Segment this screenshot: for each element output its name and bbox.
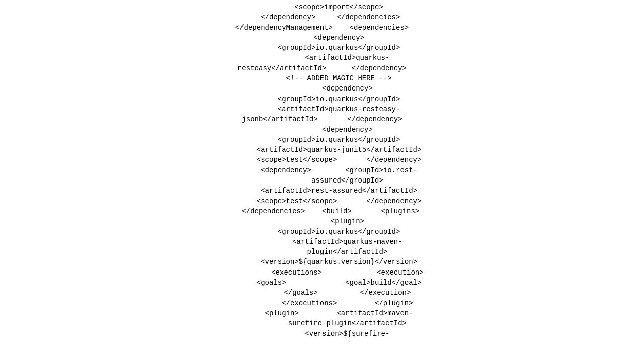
code-line-line23: <groupId>io.quarkus</groupId>	[0, 227, 644, 237]
code-line-line22: <plugin>	[0, 216, 644, 226]
code-line-line25: plugin</artifactId>	[0, 247, 644, 257]
code-line-line29: </goals> </execution>	[0, 288, 644, 298]
code-line-line10: <groupId>io.quarkus</groupId>	[0, 94, 644, 104]
code-line-line19: <artifactId>rest-assured</artifactId>	[0, 186, 644, 196]
code-line-line7: resteasy</artifactId> </dependency>	[0, 63, 644, 73]
code-line-line3: </dependencyManagement> <dependencies>	[0, 23, 644, 33]
code-line-line9: <dependency>	[0, 83, 644, 94]
code-line-line1: <scope>import</scope>	[0, 2, 644, 12]
code-line-line31: <plugin> <artifactId>maven-	[0, 308, 644, 318]
code-line-line16: <scope>test</scope> </dependency>	[0, 155, 644, 165]
code-line-line24: <artifactId>quarkus-maven-	[0, 237, 644, 247]
code-line-line30: </executions> </plugin>	[0, 298, 644, 308]
code-line-line14: <groupId>io.quarkus</groupId>	[0, 135, 644, 145]
code-line-line32: surefire-plugin</artifactId>	[0, 318, 644, 328]
code-line-line8: <!-- ADDED MAGIC HERE -->	[0, 73, 644, 83]
code-line-line12: jsonb</artifactId> </dependency>	[0, 114, 644, 124]
code-line-line28: <goals> <goal>build</goal>	[0, 278, 644, 288]
code-line-line33: <version>${surefire-	[0, 329, 644, 339]
code-block: <scope>import</scope> </dependency> </de…	[0, 0, 644, 341]
code-line-line18: assured</groupId>	[0, 175, 644, 186]
code-line-line15: <artifactId>quarkus-junit5</artifactId>	[0, 145, 644, 155]
code-line-line11: <artifactId>quarkus-resteasy-	[0, 104, 644, 114]
code-line-line27: <executions> <execution>	[0, 267, 644, 278]
code-line-line13: <dependency>	[0, 125, 644, 135]
code-line-line17: <dependency> <groupId>io.rest-	[0, 165, 644, 175]
code-line-line4: <dependency>	[0, 33, 644, 43]
code-line-line6: <artifactId>quarkus-	[0, 53, 644, 63]
code-line-line20: <scope>test</scope> </dependency>	[0, 196, 644, 206]
code-line-line5: <groupId>io.quarkus</groupId>	[0, 43, 644, 53]
code-line-line21: </dependencies> <build> <plugins>	[0, 206, 644, 216]
code-line-line2: </dependency> </dependencies>	[0, 12, 644, 22]
code-line-line26: <version>${quarkus.version}</version>	[0, 257, 644, 267]
